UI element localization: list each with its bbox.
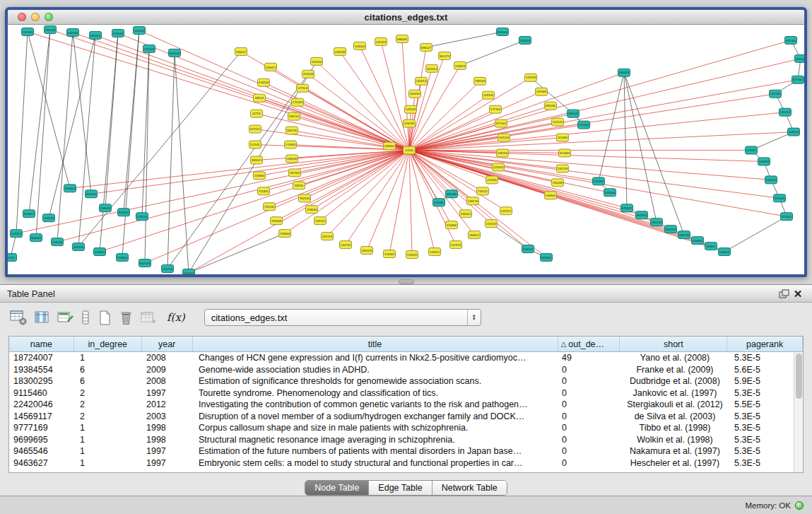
- graph-node[interactable]: 186731: [288, 112, 300, 120]
- table-cell[interactable]: 14569117: [9, 411, 74, 421]
- table-cell[interactable]: 0: [559, 376, 621, 386]
- graph-edge[interactable]: [381, 42, 409, 151]
- graph-node[interactable]: 252605: [64, 185, 76, 192]
- graph-node[interactable]: 177114: [490, 105, 502, 113]
- graph-edge[interactable]: [167, 53, 175, 269]
- network-canvas[interactable]: 1724018130420200412751417518318673130673…: [8, 25, 804, 274]
- table-cell[interactable]: Disruption of a novel member of a sodium…: [193, 411, 559, 421]
- graph-node[interactable]: 679195: [593, 177, 605, 185]
- edit-table-icon[interactable]: [57, 310, 74, 326]
- graph-node[interactable]: 108744: [497, 149, 509, 157]
- zoom-window-button[interactable]: [45, 13, 53, 21]
- graph-node[interactable]: 128743: [525, 74, 537, 81]
- graph-edge[interactable]: [409, 94, 775, 151]
- graph-node[interactable]: 725441: [258, 187, 270, 195]
- graph-edge[interactable]: [105, 33, 118, 208]
- graph-node[interactable]: 162613: [416, 77, 428, 85]
- table-cell[interactable]: 9699695: [9, 435, 74, 445]
- graph-node[interactable]: 121813: [450, 241, 462, 249]
- graph-edge[interactable]: [167, 74, 308, 269]
- graph-edge[interactable]: [409, 150, 657, 222]
- graph-edge[interactable]: [16, 32, 28, 233]
- graph-node[interactable]: 677551: [781, 213, 793, 221]
- rows-icon[interactable]: [81, 310, 91, 326]
- graph-node[interactable]: 901343: [30, 234, 42, 242]
- scrollbar-thumb[interactable]: [796, 354, 802, 399]
- graph-node[interactable]: 153113: [136, 213, 148, 221]
- graph-node[interactable]: 162143: [678, 231, 690, 239]
- graph-node[interactable]: 762544: [299, 194, 311, 202]
- tab-node-table[interactable]: Node Table: [305, 481, 369, 495]
- graph-node[interactable]: 157515: [552, 118, 564, 126]
- graph-node[interactable]: 145314: [765, 176, 777, 184]
- graph-node[interactable]: 185104: [90, 31, 102, 39]
- graph-node[interactable]: 696127: [420, 43, 433, 51]
- graph-edge[interactable]: [409, 150, 771, 180]
- graph-node[interactable]: 127514: [297, 84, 309, 92]
- table-cell[interactable]: 5.5E-5: [729, 399, 794, 409]
- graph-node[interactable]: 92450: [705, 243, 717, 250]
- graph-node[interactable]: 220466: [446, 221, 458, 229]
- graph-node[interactable]: 109905: [545, 192, 557, 199]
- table-scrollbar[interactable]: [794, 352, 803, 472]
- graph-node[interactable]: 159581: [746, 146, 758, 154]
- graph-edge[interactable]: [28, 32, 70, 188]
- graph-node[interactable]: 903313: [118, 209, 130, 216]
- column-header-year[interactable]: year: [142, 337, 193, 351]
- table-cell[interactable]: Jankovic et al. (1997): [621, 388, 729, 398]
- split-divider[interactable]: [0, 277, 812, 284]
- graph-node[interactable]: 115469: [557, 134, 569, 141]
- column-header-in_degree[interactable]: in_degree: [74, 337, 142, 351]
- graph-edge[interactable]: [409, 106, 551, 151]
- table-cell[interactable]: 2: [74, 399, 142, 409]
- graph-node[interactable]: 935148: [446, 190, 458, 198]
- table-cell[interactable]: 0: [559, 423, 621, 433]
- table-cell[interactable]: 1997: [142, 446, 193, 456]
- graph-node[interactable]: 818104: [497, 28, 509, 35]
- table-row[interactable]: 946362711997Embryonic stem cells: a mode…: [9, 457, 794, 469]
- graph-node[interactable]: 17240: [404, 146, 416, 154]
- graph-node[interactable]: 163433: [758, 158, 770, 165]
- graph-node[interactable]: 151845: [384, 250, 396, 258]
- graph-node[interactable]: 163145: [651, 218, 663, 226]
- divider-grip[interactable]: [399, 279, 414, 284]
- graph-edge[interactable]: [312, 150, 409, 209]
- table-settings-icon[interactable]: [10, 310, 28, 326]
- table-cell[interactable]: 2012: [142, 399, 193, 409]
- graph-node[interactable]: 966091: [396, 35, 408, 42]
- graph-edge[interactable]: [409, 114, 573, 151]
- table-cell[interactable]: 0: [559, 446, 621, 456]
- graph-node[interactable]: 161023: [361, 247, 373, 255]
- network-graph[interactable]: 1724018130420200412751417518318673130673…: [8, 25, 804, 274]
- table-cell[interactable]: 49: [559, 353, 621, 363]
- table-cell[interactable]: 2003: [142, 411, 193, 421]
- graph-edge[interactable]: [100, 33, 118, 252]
- graph-node[interactable]: 153144: [143, 45, 155, 52]
- function-builder-button[interactable]: f(x): [164, 311, 188, 324]
- table-cell[interactable]: 22420046: [9, 399, 74, 409]
- graph-node[interactable]: 187314: [73, 243, 85, 251]
- graph-node[interactable]: 902143: [139, 259, 151, 267]
- graph-node[interactable]: 153518: [43, 214, 55, 222]
- graph-node[interactable]: 153535: [406, 251, 418, 259]
- delete-table-icon[interactable]: [119, 310, 134, 326]
- table-cell[interactable]: Changes of HCN gene expression and I(f) …: [193, 353, 559, 363]
- graph-edge[interactable]: [409, 150, 779, 198]
- table-cell[interactable]: Investigating the contribution of common…: [193, 399, 559, 409]
- graph-node[interactable]: 121534: [578, 121, 590, 129]
- graph-node[interactable]: 154101: [522, 245, 534, 253]
- table-cell[interactable]: 2009: [142, 365, 193, 375]
- graph-edge[interactable]: [409, 59, 801, 151]
- table-cell[interactable]: 5.3E-5: [729, 423, 794, 433]
- memory-status-indicator[interactable]: [795, 501, 804, 510]
- graph-node[interactable]: 163235: [404, 119, 416, 127]
- table-cell[interactable]: 0: [559, 365, 621, 375]
- graph-node[interactable]: 924501: [541, 254, 553, 262]
- table-cell[interactable]: 18300295: [9, 376, 74, 386]
- table-cell[interactable]: 9465546: [9, 446, 74, 456]
- graph-node[interactable]: 196878: [618, 69, 630, 76]
- tab-network-table[interactable]: Network Table: [433, 481, 507, 495]
- network-selector-dropdown[interactable]: citations_edges.txt ▲▼: [204, 309, 481, 326]
- graph-node[interactable]: 121003: [774, 194, 786, 202]
- graph-node[interactable]: 175183: [292, 98, 304, 106]
